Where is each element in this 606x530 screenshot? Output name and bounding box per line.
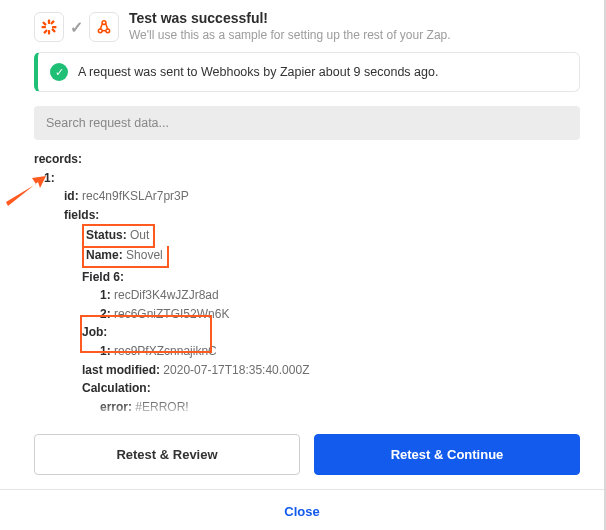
field6-2-key: 2: bbox=[100, 307, 111, 321]
svg-rect-3 bbox=[52, 26, 57, 28]
svg-rect-0 bbox=[48, 20, 50, 25]
field6-1-value: recDif3K4wJZJr8ad bbox=[114, 288, 219, 302]
records-key: records: bbox=[34, 152, 82, 166]
svg-rect-4 bbox=[42, 21, 47, 26]
checkmark-icon: ✓ bbox=[70, 18, 83, 37]
svg-rect-5 bbox=[51, 28, 56, 33]
name-value: Shovel bbox=[126, 248, 163, 262]
annotation-arrow-icon bbox=[6, 176, 46, 210]
job-1-key: 1: bbox=[100, 344, 111, 358]
success-check-icon: ✓ bbox=[50, 63, 68, 81]
app-icon-group: ✓ bbox=[34, 10, 119, 42]
success-notice: ✓ A request was sent to Webhooks by Zapi… bbox=[34, 52, 580, 92]
svg-marker-11 bbox=[6, 176, 46, 206]
button-row: Retest & Review Retest & Continue bbox=[0, 420, 604, 489]
close-link[interactable]: Close bbox=[284, 504, 319, 519]
svg-point-9 bbox=[106, 29, 110, 33]
status-key: Status: bbox=[86, 228, 127, 242]
job-key: Job: bbox=[82, 325, 107, 339]
header-row: ✓ Test was successful! We'll use this as… bbox=[0, 6, 604, 52]
job-1-value: rec9PfXZcnnajiknC bbox=[114, 344, 217, 358]
field6-1-key: 1: bbox=[100, 288, 111, 302]
svg-rect-2 bbox=[42, 26, 47, 28]
request-data-tree: records: 1: id: rec4n9fKSLAr7pr3P fields… bbox=[34, 150, 580, 420]
name-key: Name: bbox=[86, 248, 123, 262]
fields-key: fields: bbox=[64, 208, 99, 222]
svg-rect-7 bbox=[43, 29, 48, 34]
retest-continue-button[interactable]: Retest & Continue bbox=[314, 434, 580, 475]
header-text: Test was successful! We'll use this as a… bbox=[129, 10, 451, 42]
footer: Close bbox=[0, 489, 604, 530]
lastmod-value: 2020-07-17T18:35:40.000Z bbox=[163, 363, 309, 377]
webhook-icon bbox=[89, 12, 119, 42]
status-value: Out bbox=[130, 228, 149, 242]
svg-rect-1 bbox=[48, 30, 50, 35]
field6-2-value: rec6GniZTGI52Wn6K bbox=[114, 307, 229, 321]
svg-rect-6 bbox=[50, 20, 55, 25]
retest-review-button[interactable]: Retest & Review bbox=[34, 434, 300, 475]
notice-text: A request was sent to Webhooks by Zapier… bbox=[78, 65, 438, 79]
id-value: rec4n9fKSLAr7pr3P bbox=[82, 189, 189, 203]
test-result-panel: ✓ Test was successful! We'll use this as… bbox=[0, 0, 606, 530]
field6-key: Field 6: bbox=[82, 270, 124, 284]
svg-point-8 bbox=[98, 29, 102, 33]
id-key: id: bbox=[64, 189, 79, 203]
header-title: Test was successful! bbox=[129, 10, 451, 26]
search-input[interactable]: Search request data... bbox=[34, 106, 580, 140]
calc-key: Calculation: bbox=[82, 381, 151, 395]
zapier-icon bbox=[34, 12, 64, 42]
header-subtitle: We'll use this as a sample for setting u… bbox=[129, 28, 451, 42]
lastmod-key: last modified: bbox=[82, 363, 160, 377]
